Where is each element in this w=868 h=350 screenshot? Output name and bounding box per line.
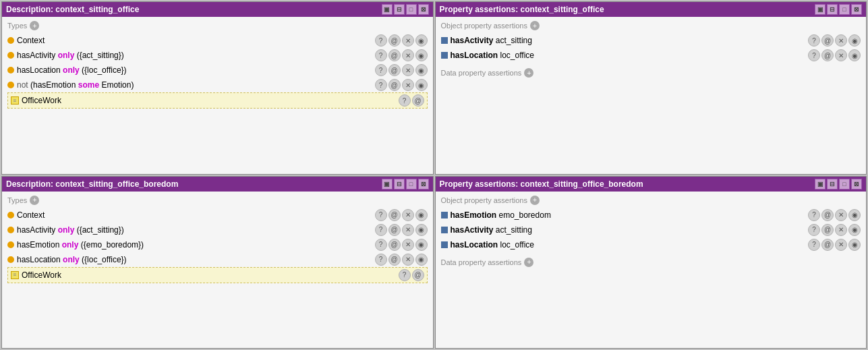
- btn-question-tl2[interactable]: ?: [375, 49, 387, 61]
- btn-dot-tr2[interactable]: ◉: [848, 49, 861, 61]
- btn-x-br1[interactable]: ✕: [835, 209, 847, 221]
- icon-close-bl[interactable]: ⊠: [418, 179, 429, 189]
- btn-at-tr2[interactable]: @: [821, 49, 834, 61]
- icon-grid[interactable]: ▣: [382, 4, 393, 15]
- btn-dot-tl3[interactable]: ◉: [415, 64, 428, 76]
- item-haslocation-tl: hasLocation only ({loc_office}) ? @ ✕ ◉: [7, 63, 428, 78]
- btn-at-bl3[interactable]: @: [388, 239, 401, 251]
- add-types-btn-bl[interactable]: +: [30, 196, 39, 205]
- btn-dot-tr1[interactable]: ◉: [848, 34, 861, 47]
- icon-close-tr[interactable]: ⊠: [851, 4, 862, 15]
- icon-box[interactable]: □: [406, 4, 417, 15]
- btn-dot-tl4[interactable]: ◉: [415, 79, 428, 91]
- btn-at-bl4[interactable]: @: [388, 254, 401, 266]
- btn-x-tl2[interactable]: ✕: [402, 49, 414, 61]
- btn-dot-br3[interactable]: ◉: [848, 239, 861, 251]
- btn-question-tr1[interactable]: ?: [808, 34, 820, 47]
- item-nothasemotion-tl: not (hasEmotion some Emotion) ? @ ✕ ◉: [7, 78, 428, 92]
- btn-question-tl1[interactable]: ?: [375, 34, 387, 47]
- panel-bottom-right-header: Property assertions: context_sitting_off…: [436, 177, 867, 192]
- data-prop-label-br: Data property assertions +: [441, 258, 861, 267]
- btn-question-bl4[interactable]: ?: [375, 254, 387, 266]
- icon-minus-br[interactable]: ⊟: [827, 179, 838, 189]
- icon-grid-bl[interactable]: ▣: [382, 179, 393, 189]
- btn-x-tr1[interactable]: ✕: [835, 34, 847, 47]
- btn-at-tl5[interactable]: @: [412, 94, 424, 107]
- add-obj-prop-btn-tr[interactable]: +: [530, 21, 540, 30]
- icon-box-tr[interactable]: □: [839, 4, 850, 15]
- btn-at-bl1[interactable]: @: [388, 209, 401, 221]
- btn-dot-br2[interactable]: ◉: [848, 224, 861, 236]
- btn-question-tl4[interactable]: ?: [375, 79, 387, 91]
- btn-x-tl4[interactable]: ✕: [402, 79, 414, 91]
- item-hasactivity-bl-icons: ? @ ✕ ◉: [375, 224, 428, 236]
- btn-dot-bl4[interactable]: ◉: [415, 254, 428, 266]
- btn-at-br1[interactable]: @: [821, 209, 834, 221]
- item-hasactivity-br-label: hasActivity act_sitting: [451, 225, 532, 235]
- icon-minus[interactable]: ⊟: [394, 4, 405, 15]
- icon-grid-tr[interactable]: ▣: [815, 4, 826, 15]
- btn-question-bl5[interactable]: ?: [399, 269, 411, 281]
- btn-at-tl1[interactable]: @: [388, 34, 401, 47]
- btn-dot-bl3[interactable]: ◉: [415, 239, 428, 251]
- btn-x-br2[interactable]: ✕: [835, 224, 847, 236]
- btn-at-tl2[interactable]: @: [388, 49, 401, 61]
- item-nothasemotion-icons: ? @ ✕ ◉: [375, 79, 428, 91]
- add-obj-prop-btn-br[interactable]: +: [530, 196, 540, 205]
- icon-minus-bl[interactable]: ⊟: [394, 179, 405, 189]
- btn-at-tl3[interactable]: @: [388, 64, 401, 76]
- btn-x-tl3[interactable]: ✕: [402, 64, 414, 76]
- btn-dot-br1[interactable]: ◉: [848, 209, 861, 221]
- icon-close[interactable]: ⊠: [418, 4, 429, 15]
- item-hasemotion-br-label: hasEmotion emo_boredom: [451, 210, 551, 220]
- item-hasactivity-tr: hasActivity act_sitting ? @ ✕ ◉: [441, 33, 861, 48]
- add-types-btn-tl[interactable]: +: [30, 21, 39, 30]
- btn-x-bl2[interactable]: ✕: [402, 224, 414, 236]
- panel-top-right-header-icons: ▣ ⊟ □ ⊠: [815, 4, 862, 15]
- panel-top-left: Description: context_sitting_office ▣ ⊟ …: [1, 1, 434, 175]
- item-hasactivity-tl: hasActivity only ({act_sitting}) ? @ ✕ ◉: [7, 48, 428, 63]
- orange-dot-bl1: [7, 212, 14, 218]
- icon-box-bl[interactable]: □: [406, 179, 417, 189]
- item-officework-bl-icons: ? @: [399, 269, 424, 281]
- obj-prop-label-br: Object property assertions +: [441, 196, 861, 205]
- add-data-prop-btn-tr[interactable]: +: [524, 68, 533, 78]
- add-data-prop-btn-br[interactable]: +: [524, 258, 533, 267]
- btn-at-tr1[interactable]: @: [821, 34, 834, 47]
- top-row: Description: context_sitting_office ▣ ⊟ …: [1, 1, 867, 175]
- btn-question-bl1[interactable]: ?: [375, 209, 387, 221]
- btn-at-bl2[interactable]: @: [388, 224, 401, 236]
- btn-x-tr2[interactable]: ✕: [835, 49, 847, 61]
- btn-at-tl4[interactable]: @: [388, 79, 401, 91]
- item-haslocation-tr: hasLocation loc_office ? @ ✕ ◉: [441, 48, 861, 63]
- icon-grid-br[interactable]: ▣: [815, 179, 826, 189]
- btn-question-bl2[interactable]: ?: [375, 224, 387, 236]
- blue-sq-br3: [441, 241, 448, 248]
- btn-dot-tl2[interactable]: ◉: [415, 49, 428, 61]
- btn-question-br3[interactable]: ?: [808, 239, 820, 251]
- btn-dot-bl1[interactable]: ◉: [415, 209, 428, 221]
- btn-at-br3[interactable]: @: [821, 239, 834, 251]
- data-prop-label-tr: Data property assertions +: [441, 68, 861, 78]
- btn-question-br1[interactable]: ?: [808, 209, 820, 221]
- btn-question-bl3[interactable]: ?: [375, 239, 387, 251]
- icon-minus-tr[interactable]: ⊟: [827, 4, 838, 15]
- btn-x-bl1[interactable]: ✕: [402, 209, 414, 221]
- btn-question-tl3[interactable]: ?: [375, 64, 387, 76]
- btn-x-bl4[interactable]: ✕: [402, 254, 414, 266]
- icon-box-br[interactable]: □: [839, 179, 850, 189]
- btn-dot-bl2[interactable]: ◉: [415, 224, 428, 236]
- btn-at-br2[interactable]: @: [821, 224, 834, 236]
- btn-x-bl3[interactable]: ✕: [402, 239, 414, 251]
- item-hasemotion-bl: hasEmotion only ({emo_boredom}) ? @ ✕ ◉: [7, 237, 428, 252]
- icon-close-br[interactable]: ⊠: [851, 179, 862, 189]
- btn-question-br2[interactable]: ?: [808, 224, 820, 236]
- btn-dot-tl1[interactable]: ◉: [415, 34, 428, 47]
- btn-x-tl1[interactable]: ✕: [402, 34, 414, 47]
- btn-question-tr2[interactable]: ?: [808, 49, 820, 61]
- btn-question-tl5[interactable]: ?: [399, 94, 411, 107]
- btn-at-bl5[interactable]: @: [412, 269, 424, 281]
- btn-x-br3[interactable]: ✕: [835, 239, 847, 251]
- orange-dot-tl1: [7, 37, 14, 44]
- item-hasactivity-label: hasActivity only ({act_sitting}): [17, 51, 124, 60]
